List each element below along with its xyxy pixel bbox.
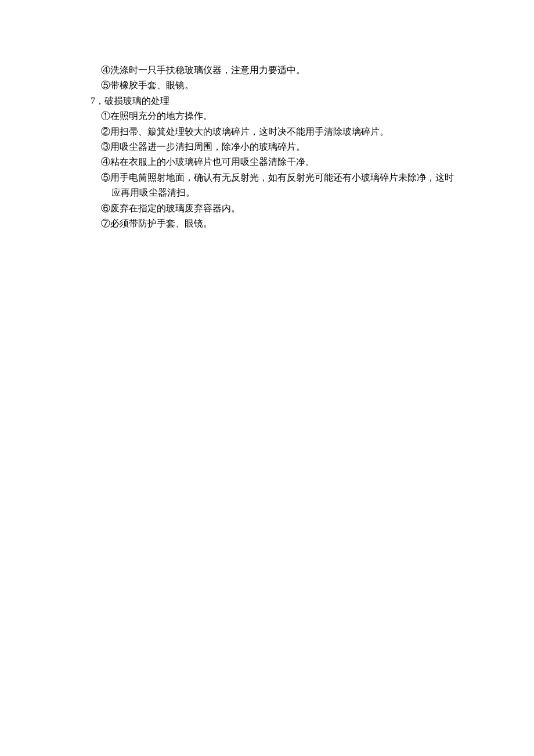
list-item: ①在照明充分的地方操作。 xyxy=(91,109,464,124)
list-item: ④粘在衣服上的小玻璃碎片也可用吸尘器清除干净。 xyxy=(91,154,464,170)
list-item: ②用扫帚、簸箕处理较大的玻璃碎片，这时决不能用手清除玻璃碎片。 xyxy=(91,124,464,139)
section-heading: 7，破损玻璃的处理 xyxy=(91,93,464,109)
list-item: ⑥废弃在指定的玻璃废弃容器内。 xyxy=(91,201,464,216)
list-item: ⑤带橡胶手套、眼镜。 xyxy=(91,78,464,93)
list-item-continuation: 应再用吸尘器清扫。 xyxy=(91,185,464,200)
list-item: ⑦必须带防护手套、眼镜。 xyxy=(91,216,464,231)
list-item: ⑤用手电筒照射地面，确认有无反射光，如有反射光可能还有小玻璃碎片未除净，这时 xyxy=(91,170,464,185)
document-content: ④洗涤时一只手扶稳玻璃仪器，注意用力要适中。 ⑤带橡胶手套、眼镜。 7，破损玻璃… xyxy=(91,63,464,231)
list-item: ③用吸尘器进一步清扫周围，除净小的玻璃碎片。 xyxy=(91,139,464,154)
list-item: ④洗涤时一只手扶稳玻璃仪器，注意用力要适中。 xyxy=(91,63,464,78)
